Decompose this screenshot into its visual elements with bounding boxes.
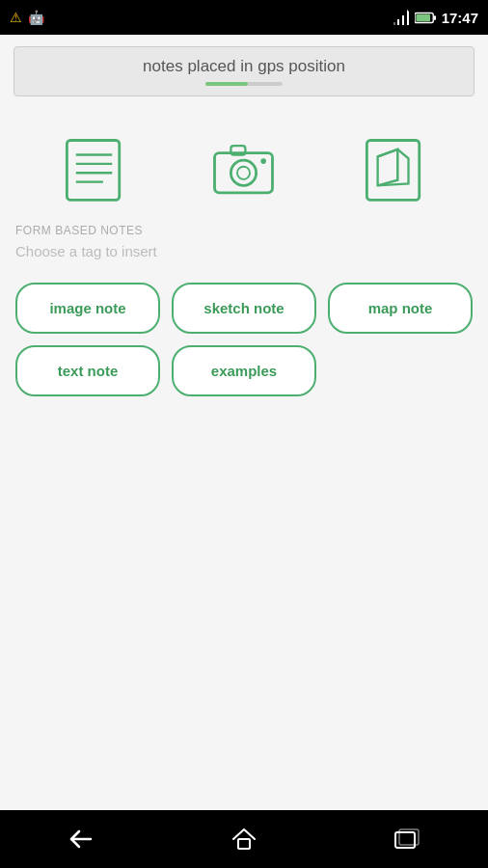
map-icon-container <box>350 125 437 212</box>
map-note-button[interactable]: map note <box>328 283 473 334</box>
main-content: notes placed in gps position <box>0 35 488 810</box>
svg-rect-8 <box>68 140 120 200</box>
sketch-note-button[interactable]: sketch note <box>172 283 316 334</box>
empty-slot <box>328 345 473 396</box>
document-icon <box>58 133 130 205</box>
signal-icon <box>393 10 409 25</box>
svg-marker-3 <box>393 22 395 25</box>
svg-rect-18 <box>366 140 419 200</box>
progress-bar-fill <box>205 82 248 86</box>
form-based-notes-label: FORM BASED NOTES <box>15 224 473 237</box>
progress-bar-container <box>205 82 283 86</box>
svg-point-17 <box>261 158 267 164</box>
svg-marker-1 <box>402 15 404 25</box>
text-note-button[interactable]: text note <box>15 345 160 396</box>
form-section: FORM BASED NOTES Choose a tag to insert <box>0 220 488 279</box>
android-icon: 🤖 <box>28 10 44 25</box>
header-title: notes placed in gps position <box>30 57 458 76</box>
recent-apps-button[interactable] <box>378 820 436 858</box>
nav-bar <box>0 810 488 868</box>
back-button[interactable] <box>52 820 110 858</box>
image-note-button[interactable]: image note <box>15 283 160 334</box>
buttons-row-2: text note examples <box>0 345 488 396</box>
svg-rect-7 <box>416 14 430 20</box>
examples-button[interactable]: examples <box>172 345 316 396</box>
home-button[interactable] <box>215 820 273 858</box>
icons-row <box>0 108 488 220</box>
svg-rect-22 <box>238 839 250 849</box>
camera-icon <box>207 133 280 205</box>
svg-marker-0 <box>407 12 409 25</box>
buttons-row-1: image note sketch note map note <box>0 283 488 334</box>
svg-marker-2 <box>397 19 399 25</box>
battery-icon <box>415 12 436 24</box>
header-bar: notes placed in gps position <box>14 46 474 96</box>
document-icon-container <box>51 125 138 212</box>
status-right-icons: 17:47 <box>393 10 478 26</box>
status-bar: ⚠ 🤖 17:47 <box>0 0 488 35</box>
warning-icon: ⚠ <box>10 10 22 25</box>
svg-marker-4 <box>407 10 409 12</box>
status-time: 17:47 <box>442 10 478 26</box>
svg-rect-6 <box>433 15 435 20</box>
status-left-icons: ⚠ 🤖 <box>10 10 44 25</box>
camera-icon-container <box>201 125 287 212</box>
map-icon <box>358 133 430 205</box>
svg-point-15 <box>237 166 250 178</box>
choose-tag-label: Choose a tag to insert <box>15 243 473 259</box>
svg-point-14 <box>231 160 257 185</box>
